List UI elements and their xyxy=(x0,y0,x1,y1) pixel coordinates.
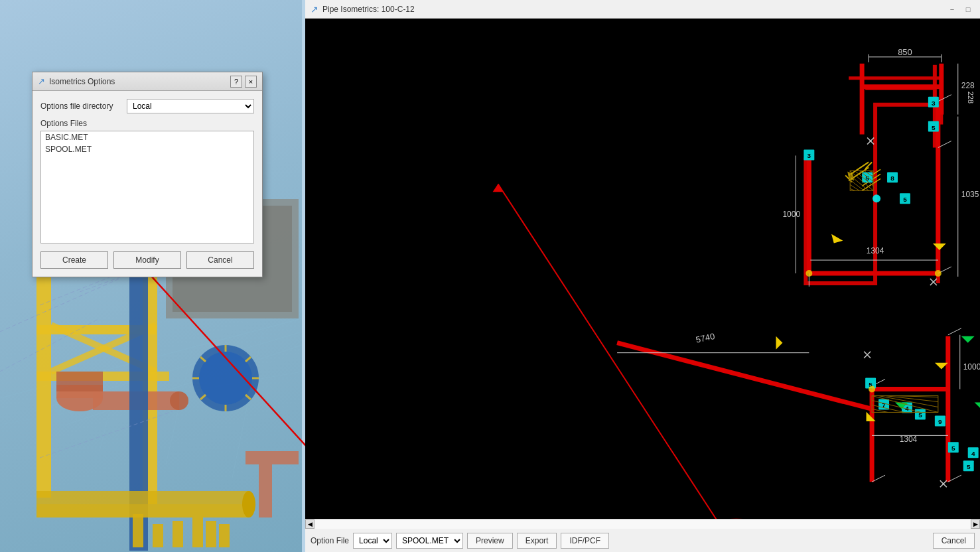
preview-button[interactable]: Preview xyxy=(467,533,513,549)
svg-text:8: 8 xyxy=(890,174,894,182)
directory-row: Options file directory Local Project Sys… xyxy=(40,99,254,113)
pipe-bottom-toolbar: Option File Local SPOOL.MET Preview Expo… xyxy=(305,528,980,552)
pipe-window-icon: ↗ xyxy=(311,4,318,15)
minimize-button[interactable]: − xyxy=(945,3,959,15)
svg-rect-28 xyxy=(173,521,183,547)
dialog-icon: ↗ xyxy=(38,76,45,86)
maximize-button[interactable]: □ xyxy=(961,3,975,15)
pipe-canvas[interactable]: 850 228 228 1035 1304 1000 5740 1304 100… xyxy=(305,19,980,528)
svg-rect-31 xyxy=(219,524,230,547)
svg-rect-27 xyxy=(153,524,163,547)
svg-point-185 xyxy=(935,270,942,277)
list-item-spool-met[interactable]: SPOOL.MET xyxy=(41,143,253,155)
options-files-label: Options Files xyxy=(40,119,254,128)
dialog-titlebar: ↗ Isometrics Options ? × xyxy=(33,72,262,91)
svg-text:5: 5 xyxy=(903,196,907,203)
idf-pcf-button[interactable]: IDF/PCF xyxy=(561,533,609,549)
spool-met-select[interactable]: SPOOL.MET xyxy=(396,533,463,549)
dialog-body: Options file directory Local Project Sys… xyxy=(33,91,262,277)
isometric-drawing: 850 228 228 1035 1304 1000 5740 1304 100… xyxy=(305,19,980,528)
svg-text:1035: 1035 xyxy=(961,190,979,199)
directory-label: Options file directory xyxy=(40,102,127,111)
isometrics-options-dialog: ↗ Isometrics Options ? × Options file di… xyxy=(32,72,263,277)
svg-rect-29 xyxy=(192,518,203,547)
scroll-track[interactable] xyxy=(315,519,971,529)
svg-rect-26 xyxy=(133,514,143,547)
pipe-window-title: Pipe Isometrics: 100-C-12 xyxy=(322,5,945,14)
option-file-label: Option File xyxy=(311,536,349,545)
scroll-left-button[interactable]: ◀ xyxy=(305,519,315,529)
svg-text:1304: 1304 xyxy=(900,435,918,444)
svg-text:1000: 1000 xyxy=(782,210,800,219)
create-button[interactable]: Create xyxy=(40,251,108,269)
toolbar-cancel-button[interactable]: Cancel xyxy=(933,533,975,549)
svg-rect-18 xyxy=(56,372,103,391)
svg-text:5: 5 xyxy=(951,445,955,452)
list-item-basic-met[interactable]: BASIC.MET xyxy=(41,131,253,143)
svg-text:4: 4 xyxy=(971,450,975,457)
options-files-listbox[interactable]: BASIC.MET SPOOL.MET xyxy=(40,131,254,243)
svg-rect-24 xyxy=(36,491,249,504)
dialog-buttons: Create Modify Cancel xyxy=(40,251,254,269)
pipe-isometrics-window: ↗ Pipe Isometrics: 100-C-12 − □ xyxy=(305,0,980,552)
svg-text:228: 228 xyxy=(967,92,975,104)
window-controls: − □ xyxy=(945,3,975,15)
modify-button[interactable]: Modify xyxy=(113,251,181,269)
dialog-close-button[interactable]: × xyxy=(245,76,257,88)
svg-rect-30 xyxy=(206,521,216,547)
pipe-titlebar: ↗ Pipe Isometrics: 100-C-12 − □ xyxy=(305,0,980,19)
svg-point-25 xyxy=(242,491,255,518)
svg-point-184 xyxy=(805,270,812,277)
svg-text:228: 228 xyxy=(961,81,975,90)
svg-text:9: 9 xyxy=(938,418,942,425)
scroll-right-button[interactable]: ▶ xyxy=(971,519,980,529)
svg-text:1000: 1000 xyxy=(963,362,980,372)
svg-point-20 xyxy=(170,391,188,410)
svg-point-33 xyxy=(199,352,252,405)
svg-text:5: 5 xyxy=(918,411,922,419)
svg-rect-42 xyxy=(245,451,299,464)
local-select[interactable]: Local xyxy=(353,533,392,549)
dialog-title: Isometrics Options xyxy=(49,77,230,86)
dialog-help-button[interactable]: ? xyxy=(230,76,242,88)
cancel-button[interactable]: Cancel xyxy=(186,251,254,269)
directory-select[interactable]: Local Project System xyxy=(127,99,254,113)
svg-text:1304: 1304 xyxy=(867,246,884,255)
svg-rect-43 xyxy=(259,464,272,518)
horizontal-scrollbar[interactable]: ◀ ▶ xyxy=(305,519,980,528)
svg-text:3: 3 xyxy=(807,152,811,159)
svg-text:850: 850 xyxy=(898,47,912,57)
svg-line-44 xyxy=(0,279,119,332)
svg-point-186 xyxy=(869,386,875,393)
svg-text:5: 5 xyxy=(932,124,936,131)
svg-text:5: 5 xyxy=(967,463,971,470)
export-button[interactable]: Export xyxy=(517,533,557,549)
svg-point-183 xyxy=(873,194,880,202)
svg-text:3: 3 xyxy=(932,100,936,107)
